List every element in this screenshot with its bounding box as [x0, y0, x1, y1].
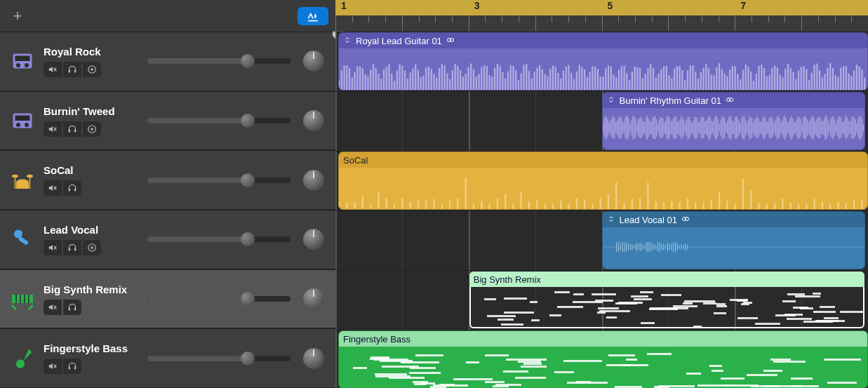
- pan-knob[interactable]: [303, 348, 324, 369]
- amp-icon: [8, 107, 36, 135]
- input-monitor-button[interactable]: [83, 62, 101, 77]
- mute-button[interactable]: [44, 359, 62, 374]
- pan-knob[interactable]: [303, 170, 324, 191]
- solo-headphones-button[interactable]: [63, 180, 81, 196]
- region-label: Lead Vocal 01: [620, 215, 677, 225]
- track-name-label: Royal Rock: [44, 46, 135, 58]
- pan-knob[interactable]: [303, 229, 324, 250]
- track-name-label: Lead Vocal: [44, 224, 135, 236]
- region[interactable]: Royal Lead Guitar 01: [338, 32, 868, 91]
- volume-slider[interactable]: [147, 118, 291, 123]
- solo-headphones-button[interactable]: [63, 300, 81, 315]
- region[interactable]: Lead Vocal 01: [602, 211, 866, 269]
- loop-icon: [726, 95, 734, 106]
- mic-icon: [8, 225, 36, 253]
- loop-icon: [446, 36, 455, 46]
- region[interactable]: Fingerstyle Bass: [338, 330, 868, 388]
- volume-slider[interactable]: [147, 296, 291, 302]
- mute-button[interactable]: [44, 300, 62, 315]
- amp-icon: [8, 47, 36, 75]
- ruler-marker: 7: [737, 0, 746, 11]
- mute-button[interactable]: [44, 62, 62, 77]
- region-take-icon[interactable]: [607, 215, 615, 225]
- region-label: Burnin' Rhythm Guitar 01: [620, 95, 722, 106]
- solo-headphones-button[interactable]: [63, 240, 81, 255]
- drums-icon: [8, 166, 36, 194]
- track-header[interactable]: SoCal: [0, 150, 335, 210]
- track-name-label: Burnin' Tweed: [44, 105, 135, 117]
- pan-knob[interactable]: [303, 51, 324, 72]
- mute-button[interactable]: [44, 240, 62, 255]
- input-monitor-button[interactable]: [83, 121, 101, 137]
- region[interactable]: SoCal: [338, 152, 868, 210]
- region[interactable]: Burnin' Rhythm Guitar 01: [602, 92, 866, 150]
- track-header[interactable]: Big Synth Remix: [0, 269, 335, 329]
- track-name-label: Big Synth Remix: [44, 283, 135, 295]
- mute-button[interactable]: [44, 180, 62, 196]
- input-monitor-button[interactable]: [83, 240, 101, 255]
- timeline-ruler[interactable]: 1357: [335, 0, 868, 32]
- volume-slider[interactable]: [147, 178, 291, 183]
- region[interactable]: Big Synth Remix: [469, 271, 865, 329]
- loop-icon: [681, 215, 690, 225]
- mute-button[interactable]: [44, 121, 62, 137]
- keys-icon: [8, 285, 36, 313]
- volume-slider[interactable]: [147, 356, 291, 361]
- solo-headphones-button[interactable]: [63, 62, 81, 77]
- track-header[interactable]: Fingerstyle Bass: [0, 328, 335, 388]
- solo-headphones-button[interactable]: [63, 359, 81, 374]
- ruler-marker: 5: [605, 0, 613, 11]
- volume-slider[interactable]: [147, 58, 291, 64]
- solo-headphones-button[interactable]: [63, 121, 81, 137]
- track-name-label: Fingerstyle Bass: [44, 342, 135, 354]
- track-header[interactable]: Lead Vocal: [0, 210, 335, 269]
- region-take-icon[interactable]: [607, 95, 615, 106]
- guitar-icon: [8, 344, 36, 373]
- region-label: Fingerstyle Bass: [343, 334, 410, 344]
- region-label: Royal Lead Guitar 01: [356, 36, 442, 46]
- volume-slider[interactable]: [147, 236, 291, 242]
- region-take-icon[interactable]: [343, 36, 352, 46]
- ruler-marker: 3: [472, 0, 480, 11]
- ruler-marker: 1: [338, 0, 347, 11]
- catch-playhead-button[interactable]: [298, 7, 328, 25]
- region-label: Big Synth Remix: [474, 274, 541, 285]
- pan-knob[interactable]: [303, 288, 324, 309]
- pan-knob[interactable]: [303, 110, 324, 131]
- track-header[interactable]: Royal Rock: [0, 32, 335, 91]
- track-name-label: SoCal: [44, 164, 135, 176]
- region-label: SoCal: [343, 155, 368, 166]
- add-track-button[interactable]: +: [7, 8, 28, 25]
- track-header[interactable]: Burnin' Tweed: [0, 91, 335, 151]
